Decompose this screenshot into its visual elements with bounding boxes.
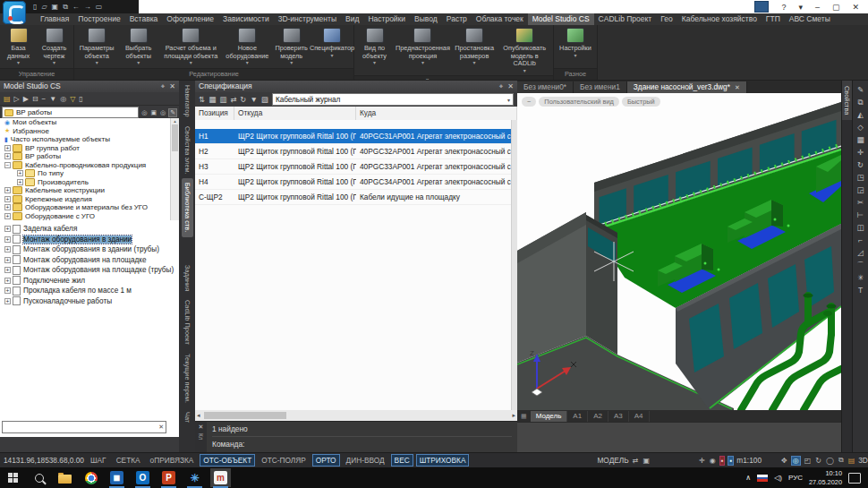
tree-scrollbar[interactable]: ▴ [170, 118, 179, 220]
scroll-left-icon[interactable]: ◂ [195, 412, 202, 419]
join-icon[interactable]: ⌐ [858, 234, 863, 246]
scope2-icon[interactable]: ◎ [159, 109, 166, 116]
tab-avs-smety[interactable]: АВС Сметы [785, 13, 835, 25]
toggle-polar[interactable]: ОТС-ПОЛЯР [258, 454, 310, 467]
volume-icon[interactable]: ◁) [774, 474, 782, 482]
tree-view-icon[interactable]: ⊟ [32, 95, 38, 103]
file-explorer-button[interactable] [55, 468, 75, 487]
explode-icon[interactable]: ✳ [857, 271, 864, 284]
scale-indicator[interactable]: m1:100 [736, 456, 762, 465]
open-lib-icon[interactable]: ▣ [149, 109, 157, 116]
array-icon[interactable]: ▦ [856, 133, 864, 146]
tree-item-equipment-no-ugo[interactable]: +Оборудование и материалы без УГО [0, 203, 179, 212]
spec-vscrollbar[interactable] [511, 120, 517, 410]
stretch-icon[interactable]: ◲ [856, 184, 864, 196]
clear-filter-icon[interactable]: ✕ [157, 424, 166, 431]
close-icon[interactable]: ✕ [169, 81, 175, 92]
tree-item-cable-laying[interactable]: +Прокладка кабеля по массе 1 м [0, 286, 179, 296]
maximize-button[interactable]: ▢ [832, 3, 840, 12]
help-dropdown-icon[interactable]: ▾ [798, 3, 803, 12]
tree-item-commissioning[interactable]: +Пусконаладочные работы [0, 296, 179, 307]
tab-kabelnoe-hozyaystvo[interactable]: Кабельное хозяйство [677, 13, 762, 25]
tab-postroenie[interactable]: Построение [73, 13, 124, 25]
collapse-icon[interactable]: − [42, 95, 47, 103]
tab-properties[interactable]: Свойства [842, 81, 852, 120]
select-objects-button[interactable]: Выбрать объекты▾ [118, 27, 158, 67]
close-tab-icon[interactable]: ✕ [735, 84, 740, 90]
tray-expand-icon[interactable]: ∧ [745, 474, 751, 482]
scroll-thumb[interactable] [204, 412, 286, 419]
library-db-icon[interactable]: ▤ [4, 95, 11, 103]
scale-icon[interactable]: ◳ [856, 171, 864, 184]
view-by-object-button[interactable]: Вид по объекту▾ [355, 27, 394, 67]
notification-center-icon[interactable] [848, 473, 861, 484]
tab-cadlib-project[interactable]: CadLib Проект [182, 295, 193, 349]
dimensions-button[interactable]: Простановка размеров▾ [452, 27, 498, 67]
tab-vyvod[interactable]: Вывод [410, 13, 442, 25]
tab-element-properties[interactable]: Свойства элем. [182, 122, 193, 179]
tree-item-by-type[interactable]: +По типу [0, 169, 179, 178]
tree-item-fasteners[interactable]: +Крепежные изделия [0, 195, 179, 204]
tab-model-studio-cs[interactable]: Model Studio CS [528, 13, 594, 25]
visual-style-control[interactable]: Быстрый [622, 97, 660, 107]
cad-app-button[interactable]: ▦ [106, 468, 127, 487]
layout-tab-a2[interactable]: А2 [588, 411, 608, 422]
close-icon[interactable]: ✕ [507, 81, 514, 92]
tab-tasks[interactable]: Задания [182, 261, 193, 295]
toggle-osnap[interactable]: оПРИВЯЗКА [147, 454, 198, 467]
help-button[interactable]: ? [781, 3, 786, 12]
text-icon[interactable]: T [858, 284, 863, 296]
tab-current-vars[interactable]: Текущие перем. [182, 349, 193, 407]
table-row[interactable]: Н2ЩР2 Щиток групповой Rittal 100 (ПРИ..4… [195, 144, 512, 159]
funnel-icon[interactable]: ▽ [70, 95, 75, 103]
col-from[interactable]: Откуда [234, 107, 356, 120]
specifier-button[interactable]: Спецификатор▾ [311, 27, 353, 60]
tab-chat[interactable]: Чат [182, 407, 193, 427]
start-button[interactable] [3, 468, 23, 487]
export-icon[interactable]: ▨ [261, 95, 268, 104]
language-flag-icon[interactable] [757, 475, 768, 482]
app-logo[interactable] [3, 1, 26, 24]
space-switch-icon[interactable]: ⇄ [632, 457, 640, 465]
taskbar-clock[interactable]: 10:10 27.05.2020 [809, 469, 842, 486]
create-drawing-button[interactable]: Создать чертеж▾ [36, 27, 72, 67]
preset-projection-button[interactable]: Преднастроенная проекция▾ [394, 27, 452, 67]
spec-hscrollbar[interactable]: ◂ ▸ [195, 410, 517, 421]
minimize-button[interactable]: – [815, 3, 820, 12]
layout-tab-a1[interactable]: А1 [567, 411, 588, 422]
tab-geo[interactable]: Гео [656, 13, 677, 25]
toggle-grid[interactable]: СЕТКА [113, 454, 144, 467]
tab-gtp[interactable]: ГТП [762, 13, 785, 25]
tree-item-cable-structures[interactable]: +Кабельные конструкции [0, 186, 179, 195]
refresh-icon[interactable]: ↻ [240, 95, 246, 104]
close-button[interactable]: ✕ [852, 3, 859, 12]
table-add-icon[interactable]: ▦ [208, 95, 216, 104]
copy-icon[interactable]: ⧉ [857, 96, 863, 108]
apply-icon[interactable]: ▶ [23, 95, 29, 103]
close-icon[interactable]: ✕ [199, 424, 204, 431]
find-icon[interactable]: ◎ [60, 95, 66, 103]
layout-tab-a3[interactable]: А3 [608, 411, 629, 422]
layout-grid-icon[interactable]: ▦ [517, 413, 531, 420]
rotate-icon[interactable]: ↻ [857, 158, 864, 171]
tree-item-cable-termination[interactable]: +Заделка кабеля [0, 224, 179, 235]
break-icon[interactable]: ◫ [856, 221, 864, 234]
toggle-hatch[interactable]: ШТРИХОВКА [416, 454, 470, 467]
command-history[interactable]: 1 найдено Команда: [207, 422, 517, 453]
tree-item-vr-works[interactable]: +ВР работы [0, 152, 179, 161]
tree-item-equip-mount-building[interactable]: +Монтаж оборудования в здании [0, 235, 179, 245]
doc-tab-unnamed0[interactable]: Без имени0* [517, 81, 574, 93]
zoom-window-icon[interactable]: ◰ [804, 457, 813, 465]
col-position[interactable]: Позиция [195, 107, 234, 120]
command-prompt[interactable]: Команда: [212, 436, 512, 449]
report-icon[interactable]: ▯ [79, 95, 82, 103]
new-file-icon[interactable]: ▯ [33, 0, 37, 13]
chamfer-icon[interactable]: ◿ [857, 246, 864, 259]
publish-cadlib-button[interactable]: Опубликовать модель в CADLib▾ [497, 27, 552, 75]
table-row[interactable]: Н1ЩР2 Щиток групповой Rittal 100 (ПРИ..4… [195, 129, 512, 144]
taskbar-search-button[interactable] [29, 468, 49, 487]
toggle-otrack[interactable]: ОТС-ОБЪЕКТ [200, 454, 255, 467]
tab-library[interactable]: Библиотека ств. [182, 178, 193, 236]
box-icon[interactable]: ▤ [847, 457, 856, 465]
check-model-button[interactable]: Проверить модель▾ [271, 27, 311, 67]
